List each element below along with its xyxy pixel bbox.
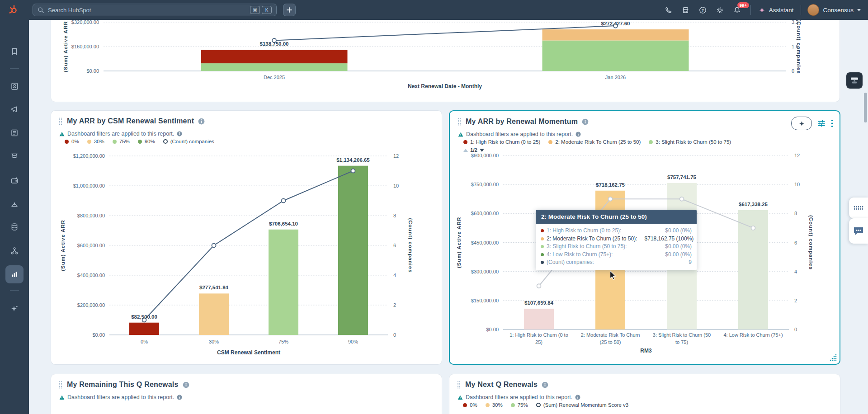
calling-button[interactable]: [660, 0, 677, 20]
warning-triangle-icon: [59, 132, 65, 136]
legend-item: 0%: [463, 402, 477, 408]
svg-text:$0.00: $0.00: [486, 327, 499, 332]
floating-widget-button[interactable]: [846, 72, 863, 89]
svg-text:$138,750.00: $138,750.00: [260, 41, 289, 47]
account-name: Consensus: [823, 7, 854, 14]
svg-text:0%: 0%: [141, 339, 148, 344]
info-icon[interactable]: [198, 118, 205, 125]
svg-text:$1,000,000.00: $1,000,000.00: [73, 183, 105, 188]
svg-text:8: 8: [794, 211, 797, 216]
legend-item: 1: High Risk to Churn (0 to 25): [463, 139, 540, 145]
drag-handle-icon[interactable]: [58, 117, 63, 125]
comments-panel-button[interactable]: [849, 218, 868, 244]
card-title: My ARR by CSM Renewal Sentiment: [67, 117, 194, 125]
document-icon: [10, 128, 19, 137]
svg-text:$900,000.00: $900,000.00: [471, 153, 499, 158]
info-icon[interactable]: [576, 132, 581, 137]
sidebar-divider: [10, 68, 19, 69]
phone-icon: [664, 6, 673, 14]
filter-note: Dashboard filters are applied to this re…: [67, 131, 174, 137]
notification-badge: 99+: [737, 2, 749, 8]
svg-text:12: 12: [794, 153, 800, 158]
svg-text:(Sum) Active ARR: (Sum) Active ARR: [456, 217, 462, 268]
plus-icon: [286, 7, 292, 13]
legend-item: 75%: [113, 139, 130, 144]
sidebar-item-data-management[interactable]: [9, 221, 20, 232]
svg-text:$1,200,000.00: $1,200,000.00: [73, 153, 105, 159]
sidebar-item-reporting[interactable]: [5, 265, 24, 283]
search-placeholder: Search HubSpot: [48, 7, 250, 14]
svg-text:$200,000.00: $200,000.00: [77, 302, 105, 308]
card-next-q-renewals: My Next Q Renewals Dashboard filters are…: [449, 374, 840, 414]
legend-item: 30%: [87, 139, 104, 144]
create-button[interactable]: [283, 4, 296, 16]
svg-text:$617,338.25: $617,338.25: [739, 202, 768, 207]
svg-text:$272,427.60: $272,427.60: [601, 21, 630, 26]
sidebar-item-automations[interactable]: [9, 245, 20, 256]
svg-text:$800,000.00: $800,000.00: [77, 213, 105, 218]
sparkle-icon: [798, 120, 805, 127]
csm-sentiment-chart[interactable]: $1,200,000.0012$1,000,000.0010$800,000.0…: [51, 151, 443, 365]
svg-text:$320,000.00: $320,000.00: [71, 19, 99, 25]
search-input[interactable]: Search HubSpot ⌘K: [33, 4, 277, 16]
card-arr-by-renewal-momentum: My ARR by Renewal Momentum Dashboard fil…: [449, 110, 840, 365]
settings-button[interactable]: [712, 0, 729, 20]
svg-text:4: 4: [393, 273, 396, 278]
info-icon[interactable]: [177, 131, 182, 136]
warning-triangle-icon: [458, 132, 463, 137]
info-icon[interactable]: [542, 381, 548, 388]
info-icon[interactable]: [582, 118, 589, 125]
legend-item: (Sum) Renewal Momentum Score v3: [536, 402, 629, 408]
svg-text:0: 0: [794, 327, 797, 332]
sidebar-item-marketing[interactable]: [9, 104, 20, 115]
svg-text:$600,000.00: $600,000.00: [77, 243, 105, 248]
kebab-menu-icon[interactable]: [831, 119, 833, 127]
hubspot-logo-icon[interactable]: [8, 5, 19, 15]
info-icon[interactable]: [575, 395, 580, 400]
tooltip-row: 2: Moderate Risk To Churn (25 to 50):$71…: [541, 235, 692, 243]
help-button[interactable]: ?: [694, 0, 712, 20]
svg-text:to 75): to 75): [675, 339, 688, 345]
card-title: My Next Q Renewals: [465, 381, 538, 389]
tooltip-row: 3: Slight Risk to Churn (50 to 75):$0.00…: [541, 243, 692, 251]
funnel-widget-icon: [849, 75, 859, 85]
comment-bubble-icon: [853, 226, 864, 236]
grid-dots-panel-button[interactable]: [849, 198, 868, 218]
sidebar-item-crm[interactable]: [9, 81, 20, 92]
vertical-scrollbar-thumb[interactable]: [864, 93, 867, 122]
notifications-button[interactable]: 99+: [729, 0, 746, 20]
wallet-icon: [10, 176, 19, 185]
svg-text:$150,000.00: $150,000.00: [471, 298, 499, 303]
svg-text:0: 0: [792, 68, 794, 74]
svg-text:RM3: RM3: [640, 348, 652, 354]
account-menu[interactable]: Consensus: [806, 4, 863, 16]
drag-handle-icon[interactable]: [457, 381, 461, 389]
sidebar-item-content[interactable]: [9, 127, 20, 138]
legend-item: 75%: [511, 402, 528, 408]
sidebar-item-breeze-ai[interactable]: [9, 303, 20, 314]
svg-text:?: ?: [702, 8, 704, 12]
info-icon[interactable]: [177, 395, 182, 400]
filter-note: Dashboard filters are applied to this re…: [466, 394, 572, 400]
sidebar-item-payments[interactable]: [9, 175, 20, 186]
svg-text:75%: 75%: [278, 339, 288, 344]
next-renewal-chart[interactable]: $320,000.003.2$160,000.001.6$0.000(Sum) …: [51, 17, 840, 101]
svg-text:Next Renewal Date - Monthly: Next Renewal Date - Monthly: [408, 83, 482, 89]
svg-text:$107,659.84: $107,659.84: [524, 300, 554, 306]
warning-triangle-icon: [458, 395, 463, 400]
assistant-button[interactable]: Assistant: [755, 6, 797, 14]
resize-handle[interactable]: [829, 353, 838, 362]
svg-text:12: 12: [393, 153, 399, 159]
ai-insights-button[interactable]: [791, 117, 812, 130]
drag-handle-icon[interactable]: [457, 118, 462, 126]
chevron-down-icon: [857, 9, 861, 11]
sidebar-item-commerce[interactable]: [9, 151, 20, 161]
sidebar-item-bookmarks[interactable]: [9, 46, 20, 57]
info-icon[interactable]: [183, 381, 189, 388]
sidebar-item-service[interactable]: [9, 199, 20, 210]
marketplace-button[interactable]: [677, 0, 694, 20]
megaphone-icon: [10, 105, 19, 114]
filter-settings-icon[interactable]: [817, 119, 826, 127]
svg-text:$450,000.00: $450,000.00: [471, 240, 499, 245]
drag-handle-icon[interactable]: [58, 381, 63, 389]
